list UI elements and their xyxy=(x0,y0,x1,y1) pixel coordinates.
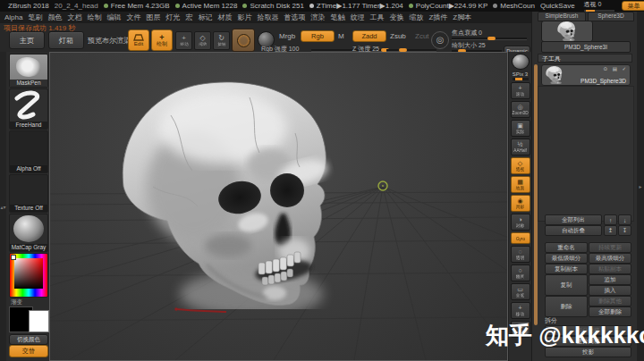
duplicate-button[interactable]: 复制 xyxy=(545,274,588,296)
subtool-list[interactable] xyxy=(538,86,634,222)
auto-collapse-button[interactable]: 自动折叠 xyxy=(545,225,602,236)
brush-preview-button[interactable] xyxy=(232,29,255,52)
rgb-button[interactable]: Rgb xyxy=(301,30,335,42)
menu-edit[interactable]: 编辑 xyxy=(106,13,121,22)
mrgb-button[interactable]: Mrgb xyxy=(279,32,295,40)
switch-color-button[interactable]: 切换颜色 xyxy=(9,334,48,345)
draw-button[interactable]: + 绘制 xyxy=(151,29,173,51)
subtool-scrollbar[interactable] xyxy=(534,64,538,325)
move-button[interactable]: + 移动 xyxy=(175,31,192,50)
collapse-up-icon[interactable]: ↥ xyxy=(604,225,617,236)
alt-button[interactable]: 交替 xyxy=(9,345,48,357)
titlebar-persp-slider[interactable]: 透视 0 xyxy=(584,0,614,13)
focal-shift-slider[interactable] xyxy=(452,38,527,40)
gradient-label[interactable]: 渐变 xyxy=(11,298,22,306)
viewport[interactable] xyxy=(49,52,508,361)
menu-macro[interactable]: 宏 xyxy=(185,13,192,22)
menu-draw[interactable]: 绘制 xyxy=(87,13,101,22)
menu-material[interactable]: 材质 xyxy=(217,13,232,22)
paste-subtool-button[interactable]: 粘贴副本 xyxy=(589,264,631,274)
skull-model[interactable] xyxy=(123,82,330,317)
ghost-button[interactable]: ○幽灵 xyxy=(511,264,530,281)
menu-file[interactable]: 文件 xyxy=(126,13,140,22)
menu-render[interactable]: 渲染 xyxy=(310,13,325,22)
copy-subtool-button[interactable]: 复制副本 xyxy=(545,264,588,274)
append-button[interactable]: 追加 xyxy=(589,274,631,285)
menu-brush[interactable]: 笔刷 xyxy=(28,13,42,22)
menu-layer[interactable]: 图层 xyxy=(146,13,160,22)
rotate-button[interactable]: ↻ 旋转 xyxy=(213,31,230,50)
local-symmetry-button[interactable]: ◉局部 xyxy=(511,195,530,212)
perspective-button[interactable]: ◇透视 xyxy=(511,157,530,174)
panel-divider[interactable]: ▸ xyxy=(637,12,644,361)
insert-button[interactable]: 插入 xyxy=(589,285,631,296)
lowest-subdiv-button[interactable]: 最低级细分 xyxy=(545,253,588,264)
menu-preferences[interactable]: 首选项 xyxy=(284,13,305,22)
menu-alpha[interactable]: Alpha xyxy=(4,13,22,21)
delete-other-button[interactable]: 删除其他 xyxy=(589,296,631,306)
subtool-item[interactable]: ⊙ ▤ ✓ PM3D_Sphere3D xyxy=(541,64,631,86)
subtool-visibility-icons[interactable]: ⊙ ▤ ✓ xyxy=(604,66,628,71)
menu-zoom[interactable]: 缩放 xyxy=(409,13,423,22)
menu-transform[interactable]: 变换 xyxy=(389,13,403,22)
zadd-button[interactable]: Zadd xyxy=(352,30,386,42)
m-button[interactable]: M xyxy=(338,32,344,40)
menu-texture[interactable]: 纹理 xyxy=(350,13,364,22)
menus-toggle-button[interactable]: 菜单 xyxy=(622,1,644,11)
home-button[interactable]: 主页 xyxy=(9,31,45,49)
current-alpha-button[interactable]: Alpha Off xyxy=(9,130,48,173)
spix-track[interactable] xyxy=(513,78,529,80)
symmetry-button[interactable]: ◑对称 xyxy=(511,214,530,231)
zsub-button[interactable]: Zsub xyxy=(390,32,406,40)
current-material-button[interactable]: MatCap Gray xyxy=(9,214,48,252)
tool-tab-sphere3d[interactable]: Sphere3D xyxy=(588,12,634,21)
quicksave-button[interactable]: QuickSave xyxy=(540,2,575,10)
collapse-down-icon[interactable]: ↧ xyxy=(618,225,631,236)
menu-color[interactable]: 颜色 xyxy=(47,13,62,22)
menu-light[interactable]: 灯光 xyxy=(165,13,180,22)
subtool-section-header[interactable]: 子工具 xyxy=(538,54,632,63)
focal-shift-handle[interactable] xyxy=(487,37,496,40)
subtool-down-button[interactable]: ↓ xyxy=(618,214,631,225)
gyro-button[interactable]: Gyro xyxy=(511,232,530,244)
persistent-button[interactable]: 持续更新 xyxy=(589,242,631,253)
rename-button[interactable]: 重命名 xyxy=(545,242,588,253)
menu-movie[interactable]: 影片 xyxy=(237,13,251,22)
current-texture-button[interactable]: Texture Off xyxy=(9,174,48,213)
frame-button[interactable]: ▭全览 xyxy=(511,283,530,300)
spix-handle[interactable] xyxy=(515,78,522,80)
lightbox-button[interactable]: 灯箱 xyxy=(48,31,84,49)
focal-target-icon[interactable]: ◎ xyxy=(431,31,449,49)
highest-subdiv-button[interactable]: 最高级细分 xyxy=(589,253,631,264)
current-stroke-button[interactable]: FreeHand xyxy=(9,88,48,130)
subtool-up-button[interactable]: ↑ xyxy=(604,214,617,225)
active-tool-thumbnail[interactable] xyxy=(541,21,593,42)
scroll-button[interactable]: +滚动 xyxy=(511,82,530,99)
menu-tool[interactable]: 工具 xyxy=(369,13,384,22)
aahalf-button[interactable]: ½AAHalf xyxy=(511,139,530,155)
menu-stroke[interactable]: 笔触 xyxy=(330,13,344,22)
list-all-button[interactable]: 全部列出 xyxy=(545,214,602,225)
color-picker[interactable] xyxy=(9,253,48,298)
current-brush-button[interactable]: MaskPen xyxy=(9,54,48,88)
bpr-render-button[interactable] xyxy=(512,54,530,70)
live-boolean-button[interactable]: 预览布尔渲染 xyxy=(88,36,131,46)
delete-all-button[interactable]: 全部删除 xyxy=(589,306,631,317)
menu-picker[interactable]: 拾取器 xyxy=(257,13,278,22)
edit-button[interactable]: Edit xyxy=(128,29,149,51)
active-tool-name[interactable]: PM3D_Sphere3I xyxy=(541,41,631,53)
saturation-square[interactable] xyxy=(14,258,43,289)
menu-document[interactable]: 文档 xyxy=(67,13,81,22)
secondary-color-swatch[interactable] xyxy=(29,310,49,332)
left-tray-divider[interactable]: ▴▾ xyxy=(0,52,6,361)
move-view-button[interactable]: +移动 xyxy=(511,302,530,319)
zcut-button[interactable]: Zcut xyxy=(415,32,429,40)
zoom3d-button[interactable]: ◎Zoom3D xyxy=(511,101,530,118)
menu-zscript[interactable]: Z脚本 xyxy=(453,13,471,22)
menu-marker[interactable]: 标记 xyxy=(198,13,212,22)
scale-button[interactable]: ◇ 缩放 xyxy=(194,31,211,50)
floor-grid-button[interactable]: ▦地面 xyxy=(511,176,530,193)
spix-slider[interactable]: SPix 3 xyxy=(511,71,530,80)
transparency-button[interactable]: ◌透明 xyxy=(511,246,530,263)
actual-size-button[interactable]: ▣实际 xyxy=(511,120,530,137)
